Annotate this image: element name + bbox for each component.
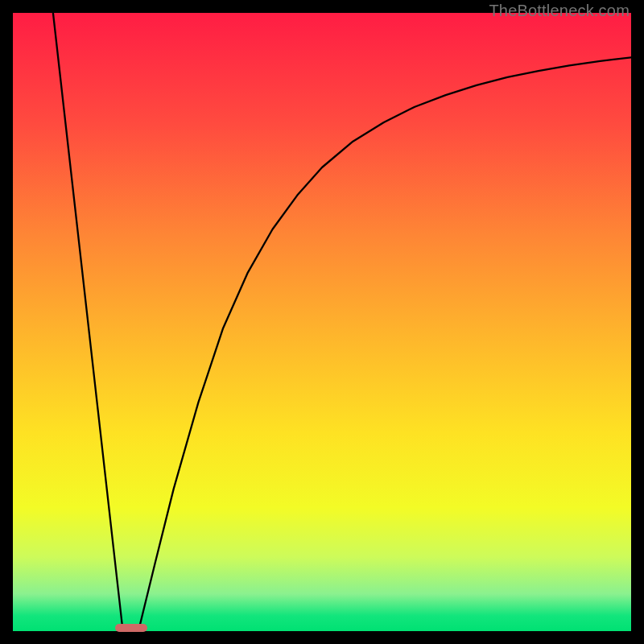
watermark-text: TheBottleneck.com: [489, 2, 630, 20]
chart-frame: TheBottleneck.com: [0, 0, 644, 644]
plot-area: [13, 13, 631, 631]
vertex-marker: [115, 624, 147, 632]
right-branch-line: [139, 57, 631, 626]
curve-layer: [13, 13, 631, 631]
left-branch-line: [53, 13, 122, 626]
